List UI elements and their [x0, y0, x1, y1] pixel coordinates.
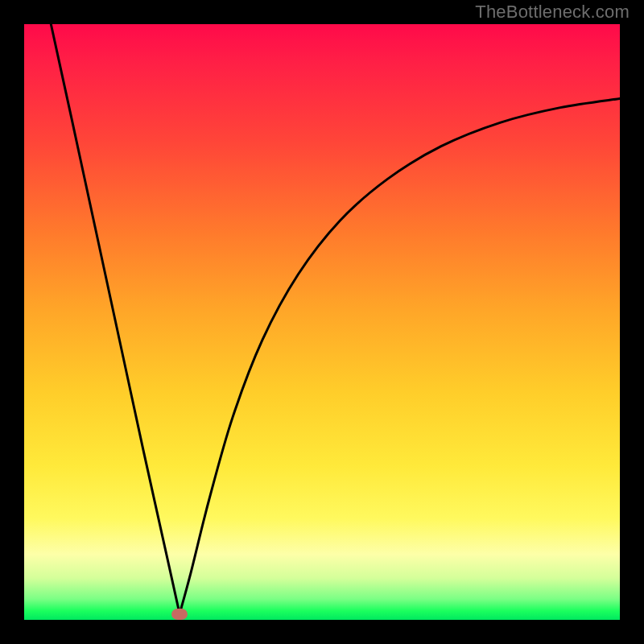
watermark-text: TheBottleneck.com: [475, 2, 630, 23]
bottleneck-curve: [24, 24, 620, 620]
chart-frame: TheBottleneck.com: [0, 0, 644, 644]
plot-area: [24, 24, 620, 620]
optimal-marker-icon: [171, 609, 188, 620]
